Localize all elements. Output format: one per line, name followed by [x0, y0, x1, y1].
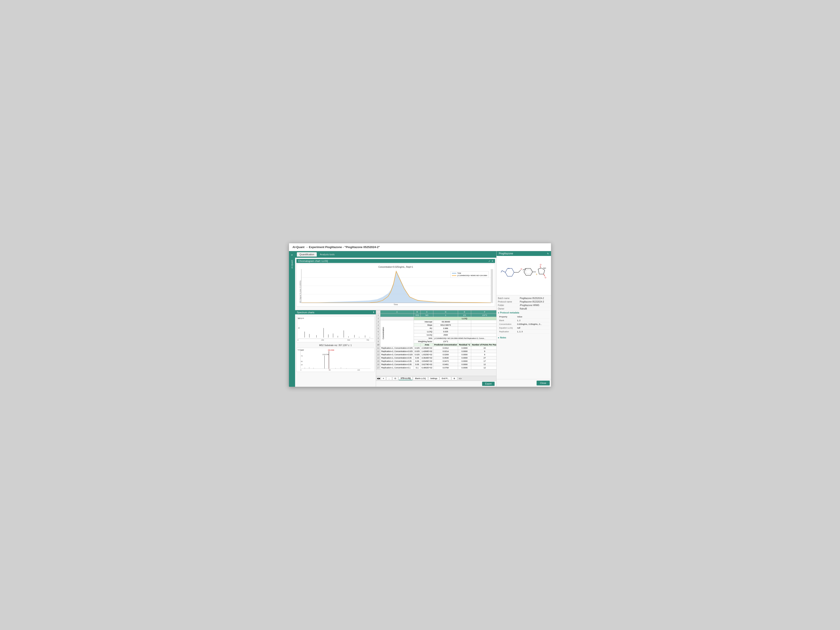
row-7-val: 2500: [433, 333, 458, 337]
svg-text:75: 75: [301, 355, 303, 357]
sheet-tab-dots[interactable]: ...: [386, 377, 392, 380]
row-16-f: 12: [471, 363, 496, 366]
row-4-num: 4: [376, 324, 381, 327]
row-13-a: Replication=3, Concentration=0.025: [381, 353, 414, 356]
sidebar-label: Ai-Quant: [291, 260, 293, 268]
meta-col-value: Value: [516, 315, 549, 319]
svg-line-76: [543, 274, 545, 276]
row-16-e: 0.0000: [458, 363, 471, 366]
metadata-table: Property Value Blank 1, 2 Concentration …: [498, 315, 550, 334]
col-a-header[interactable]: A: [381, 310, 414, 314]
prop-batch-label: Batch name: [498, 297, 520, 300]
sheet-tab-end-pi[interactable]: End Pi...: [440, 377, 451, 380]
svg-text:50: 50: [301, 361, 303, 362]
col-d-header[interactable]: D: [433, 310, 458, 314]
row-14[interactable]: 14 Replication=1, Concentration=0.05 0.0…: [376, 356, 497, 360]
sheet-tab-std-lloq[interactable]: STD-LLOQ: [399, 376, 412, 380]
row-15-e: 0.0000: [458, 360, 471, 363]
row-4-label: Slope: [414, 324, 433, 327]
chart-scrollbar-v[interactable]: [491, 269, 493, 303]
row-14-b: 0.05: [414, 356, 421, 360]
ms2-info: MS2 Substrate mz: 357.1267 z: 1: [295, 343, 376, 347]
row-16[interactable]: 16 Replication=3, Concentration=0.05 0.0…: [376, 363, 497, 366]
svg-text:O: O: [521, 268, 522, 270]
row-5-e: [458, 327, 471, 330]
row-8-num: 8: [376, 337, 381, 340]
protocol-metadata-toggle[interactable]: ● Protocol metadata: [498, 311, 550, 315]
row-16-b: 0.05: [414, 363, 421, 366]
protocol-metadata-label: Protocol metadata: [500, 311, 519, 314]
prop-batch-name: Batch name Pioglitazone 05252024-2: [498, 297, 550, 300]
sheet-nav-left[interactable]: ◀: [377, 377, 379, 379]
prop-owner-label: Owner: [498, 308, 520, 310]
chart-legend: Total [-C10H8NO3S]+ MSMS MZ=134.0964: [450, 271, 489, 278]
legend-ion-label: [-C10H8NO3S]+ MSMS MZ=134.0964: [457, 275, 487, 276]
sheet-tab-equiv[interactable]: ≡: [381, 377, 386, 380]
meta-equation-lloq: Equation LLOQ null: [498, 326, 549, 330]
row-15[interactable]: 15 Replication=2, Concentration=0.05 0.0…: [376, 360, 497, 363]
row-17[interactable]: 17 Replication=1, Concentration=0.1 0.1 …: [376, 366, 497, 369]
row-13[interactable]: 13 Replication=3, Concentration=0.025 0.…: [376, 353, 497, 356]
molecule-svg: O S NH O: [500, 259, 548, 292]
svg-text:500: 500: [347, 339, 350, 341]
sheet-nav-right[interactable]: ▶: [379, 377, 381, 379]
tab-analysis-tools[interactable]: Analysis tools: [317, 252, 337, 257]
chromatogram-panel-icons: ⤢ ✕: [488, 260, 493, 262]
notes-label: Notes: [500, 336, 506, 339]
meta-rep-value: 1, 2, 3: [516, 330, 549, 333]
close-button[interactable]: Close: [537, 381, 550, 385]
legend-total-color: [452, 273, 456, 273]
col-e-header[interactable]: E: [458, 310, 471, 314]
row-13-b: 0.025: [414, 353, 421, 356]
row-16-num: 16: [376, 363, 381, 366]
svg-marker-61: [505, 268, 514, 276]
sheet-tab-blank-lloq[interactable]: Blank-LLOQ: [413, 377, 428, 380]
close-chart-icon[interactable]: ✕: [491, 260, 493, 262]
spectrum-info-icon[interactable]: ℹ: [373, 311, 374, 314]
tab-quantification[interactable]: Quantification: [297, 252, 317, 257]
row-10-e: Number of Points Per Peak: [471, 343, 496, 346]
col-c-header[interactable]: C: [421, 310, 433, 314]
svg-text:N: N: [508, 267, 510, 270]
ms2-ylabel: %Signal: [297, 349, 304, 351]
spectrum-chart-1: 50 25 0 250 500 750 %Signal: [297, 316, 374, 343]
svg-text:0: 0: [297, 339, 298, 341]
col-f-header[interactable]: F: [471, 310, 496, 314]
sidebar-home-icon[interactable]: ⟳: [290, 253, 294, 257]
spectrum1-ylabel: %Signal: [297, 317, 304, 319]
meta-conc-value: 0.025ng/mL, 0.05ng/mL, 0...: [516, 323, 549, 326]
row-10-b: Area: [421, 343, 433, 346]
row-11[interactable]: 11 Replication=1, Concentration=0.025 0.…: [376, 346, 497, 350]
spreadsheet-container[interactable]: A B C D E F G 1: [376, 310, 496, 376]
row-15-num: 15: [376, 360, 381, 363]
expand-icon[interactable]: ⤢: [488, 260, 490, 262]
sheet-tab-add[interactable]: ⊕: [452, 377, 457, 380]
sheet-tab-is[interactable]: IS: [392, 377, 398, 380]
svg-line-65: [518, 270, 521, 272]
right-panel-refresh-icon[interactable]: ↻: [547, 253, 549, 255]
col-b-header[interactable]: B: [414, 310, 421, 314]
export-button[interactable]: Export: [482, 382, 494, 386]
svg-line-63: [501, 271, 502, 272]
prop-batch-value: Pioglitazone 05252024-2: [520, 297, 550, 300]
prop-folder-label: Folder: [498, 304, 520, 306]
legend-total: Total: [452, 272, 487, 274]
row-14-f: 27: [471, 356, 496, 360]
row-12-a: Replication=2, Concentration=0.025: [381, 350, 414, 353]
svg-text:134.0968: 134.0968: [328, 349, 334, 351]
row-11-e: 0.0000: [458, 346, 471, 350]
row-14-d: 0.0530: [433, 356, 458, 360]
meta-blank-value: 1, 2: [516, 319, 549, 322]
legend-ion: [-C10H8NO3S]+ MSMS MZ=134.0964: [452, 275, 487, 276]
row-10-a: [414, 343, 421, 346]
meta-eq-label: Equation LLOQ: [498, 326, 516, 330]
ms2-label: MS2 Substrate mz: 357.1267 z: 1: [319, 344, 352, 346]
row-12[interactable]: 12 Replication=2, Concentration=0.025 0.…: [376, 350, 497, 353]
ms2-chart: 134.0968 119.0736: [297, 348, 374, 372]
row-6-val: 0.025: [433, 330, 458, 333]
spectrum-header: Spectrum charts ℹ: [295, 310, 376, 314]
sheet-tab-settings[interactable]: Settings: [428, 377, 439, 380]
right-panel-header: Pioglitazone ↻: [497, 251, 551, 256]
row-7-label: ULOQ: [414, 333, 433, 337]
notes-toggle[interactable]: ● Notes: [498, 336, 550, 340]
